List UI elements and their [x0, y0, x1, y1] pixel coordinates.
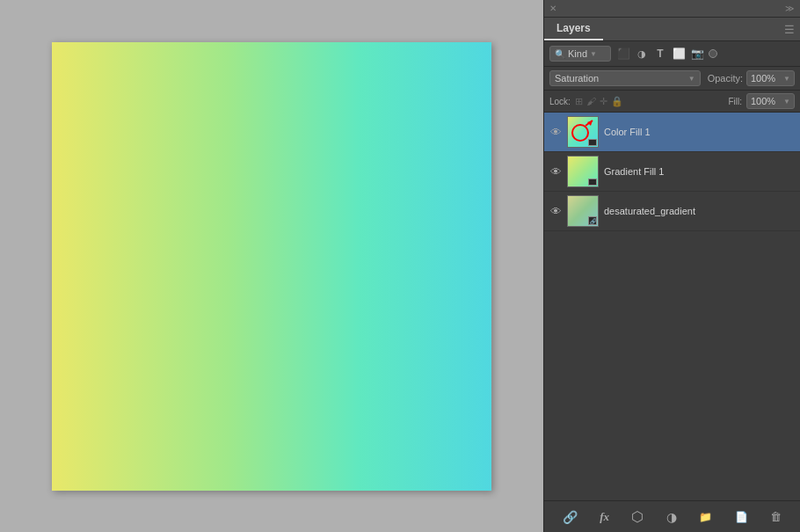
layer-effects-button[interactable]: fx: [596, 508, 613, 526]
fill-label: Fill:: [728, 97, 742, 106]
layers-tab[interactable]: Layers: [544, 18, 603, 40]
canvas: [52, 42, 491, 491]
lock-transparent-icon[interactable]: ⊞: [575, 96, 583, 107]
layer-name-color-fill-1: Color Fill 1: [604, 127, 795, 137]
layer-thumbnail-color-fill-1: [567, 116, 599, 148]
blend-mode-dropdown[interactable]: Saturation ▼: [549, 70, 701, 86]
layer-visibility-color-fill-1[interactable]: 👁: [549, 126, 562, 139]
layer-name-gradient-fill-1: Gradient Fill 1: [604, 166, 795, 177]
filter-toggle-dot[interactable]: [709, 49, 717, 58]
opacity-label: Opacity:: [708, 73, 743, 84]
lock-artboard-icon[interactable]: 🔒: [611, 96, 623, 107]
panel-close-button[interactable]: ✕: [549, 4, 556, 13]
smart-object-icon: 🔗: [588, 216, 597, 225]
layer-name-desaturated-gradient: desaturated_gradient: [604, 206, 795, 216]
panel-bottom-toolbar: 🔗 fx ⬡ ◑ 📁 📄 🗑: [544, 500, 800, 532]
layer-thumbnail-gradient-fill-1: [567, 156, 599, 187]
add-mask-button[interactable]: ⬡: [628, 506, 647, 527]
adjustment-filter-icon[interactable]: ◑: [635, 48, 649, 60]
kind-label: Kind: [568, 48, 587, 59]
new-group-button[interactable]: 📁: [695, 509, 716, 525]
layer-row-color-fill-1[interactable]: 👁 Color Fill 1: [544, 113, 800, 152]
svg-point-0: [572, 125, 588, 141]
fill-input[interactable]: 100% ▼: [746, 93, 795, 109]
kind-dropdown-arrow: ▼: [590, 50, 597, 58]
new-layer-button[interactable]: 📄: [731, 509, 752, 525]
panel-title-bar: Layers ☰: [544, 18, 800, 41]
panel-collapse-button[interactable]: ≫: [785, 4, 795, 13]
lock-position-icon[interactable]: ✛: [600, 96, 607, 107]
opacity-value: 100%: [751, 73, 782, 84]
opacity-input[interactable]: 100% ▼: [746, 70, 795, 86]
layer-thumb-monitor-icon-2: [588, 179, 597, 186]
new-fill-adjustment-button[interactable]: ◑: [663, 508, 680, 526]
layer-visibility-gradient-fill-1[interactable]: 👁: [549, 165, 562, 179]
panel-menu-button[interactable]: ☰: [784, 23, 795, 36]
lock-label: Lock:: [549, 97, 571, 106]
filter-row: 🔍 Kind ▼ ⬛ ◑ T ⬜ 📷: [544, 41, 800, 67]
link-layers-button[interactable]: 🔗: [559, 508, 581, 526]
delete-layer-button[interactable]: 🗑: [767, 508, 785, 525]
layers-list: 👁 Color Fill 1 👁: [544, 113, 800, 500]
blend-mode-label: Saturation: [555, 73, 686, 84]
opacity-dropdown-arrow: ▼: [783, 75, 790, 83]
layer-thumb-monitor-icon: [588, 139, 597, 146]
canvas-area: [0, 0, 543, 532]
lock-icons-group: ⊞ 🖌 ✛ 🔒: [575, 96, 623, 107]
kind-dropdown[interactable]: 🔍 Kind ▼: [549, 46, 611, 62]
fill-dropdown-arrow: ▼: [783, 98, 790, 106]
fill-value: 100%: [751, 96, 782, 106]
search-icon: 🔍: [555, 49, 565, 59]
layer-row-desaturated-gradient[interactable]: 👁 🔗 desaturated_gradient: [544, 192, 800, 231]
lock-image-icon[interactable]: 🖌: [586, 96, 596, 107]
type-filter-icon[interactable]: T: [653, 47, 667, 60]
layer-thumbnail-desaturated-gradient: 🔗: [567, 195, 599, 227]
blend-opacity-row: Saturation ▼ Opacity: 100% ▼: [544, 67, 800, 91]
blend-dropdown-arrow: ▼: [688, 75, 695, 83]
shape-filter-icon[interactable]: ⬜: [672, 47, 686, 60]
layer-row-gradient-fill-1[interactable]: 👁 Gradient Fill 1: [544, 152, 800, 192]
layers-panel: ✕ ≫ Layers ☰ 🔍 Kind ▼ ⬛ ◑ T ⬜ 📷: [543, 0, 800, 532]
layer-visibility-desaturated-gradient[interactable]: 👁: [549, 205, 562, 218]
filter-icons-group: ⬛ ◑ T ⬜ 📷: [616, 47, 717, 60]
smart-object-filter-icon[interactable]: 📷: [690, 47, 704, 60]
pixel-filter-icon[interactable]: ⬛: [616, 47, 630, 60]
lock-fill-row: Lock: ⊞ 🖌 ✛ 🔒 Fill: 100% ▼: [544, 91, 800, 113]
panel-top-bar: ✕ ≫: [544, 0, 800, 18]
